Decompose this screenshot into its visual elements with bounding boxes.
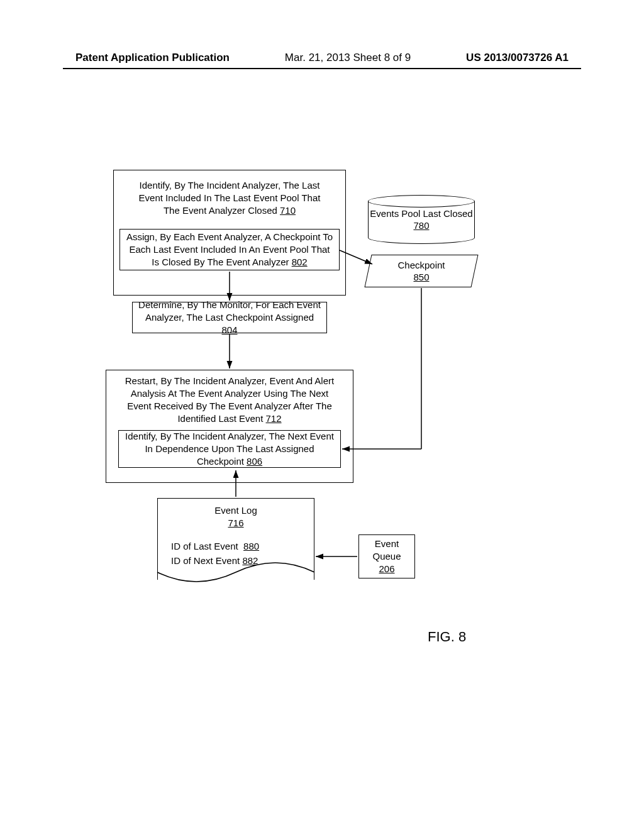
doc-line1: ID of Last Event 880 (171, 540, 314, 554)
step-804-text: Determine, By The Monitor, For Each Even… (138, 299, 321, 337)
doc-ref: 716 (157, 516, 314, 531)
step-710-text: Identify, By The Incident Analyzer, The … (131, 179, 328, 218)
queue-label: Event Queue (364, 538, 409, 563)
pool-label: Events Pool Last Closed (370, 208, 472, 220)
datastore-events-pool: Events Pool Last Closed 780 (368, 195, 475, 244)
checkpoint-data: Checkpoint 850 (368, 255, 475, 287)
checkpoint-label: Checkpoint (397, 259, 445, 272)
step-712: Restart, By The Incident Analyzer, Event… (113, 376, 346, 424)
page-header: Patent Application Publication Mar. 21, … (0, 52, 644, 64)
step-802-text: Assign, By Each Event Analyzer, A Checkp… (125, 231, 334, 269)
checkpoint-ref: 850 (413, 271, 429, 284)
doc-line2: ID of Next Event 882 (171, 554, 314, 568)
step-804: Determine, By The Monitor, For Each Even… (132, 302, 327, 333)
step-806-text: Identify, By The Incident Analyzer, The … (124, 430, 335, 468)
publication-number: US 2013/0073726 A1 (466, 52, 569, 64)
figure-label: FIG. 8 (428, 629, 466, 645)
pool-ref: 780 (413, 219, 429, 232)
event-queue: Event Queue 206 (358, 534, 415, 578)
publication-label: Patent Application Publication (75, 52, 230, 64)
doc-content: Event Log 716 ID of Last Event 880 ID of… (157, 498, 314, 580)
step-710: Identify, By The Incident Analyzer, The … (126, 176, 333, 220)
queue-ref: 206 (379, 563, 394, 575)
step-806: Identify, By The Incident Analyzer, The … (118, 430, 341, 468)
step-712-text: Restart, By The Incident Analyzer, Event… (118, 375, 341, 426)
cylinder-body: Events Pool Last Closed 780 (368, 201, 475, 238)
doc-lines: ID of Last Event 880 ID of Next Event 88… (157, 540, 314, 568)
date-sheet: Mar. 21, 2013 Sheet 8 of 9 (285, 52, 411, 64)
step-802: Assign, By Each Event Analyzer, A Checkp… (119, 229, 340, 270)
event-log-document: Event Log 716 ID of Last Event 880 ID of… (157, 498, 314, 580)
header-rule (63, 68, 581, 69)
